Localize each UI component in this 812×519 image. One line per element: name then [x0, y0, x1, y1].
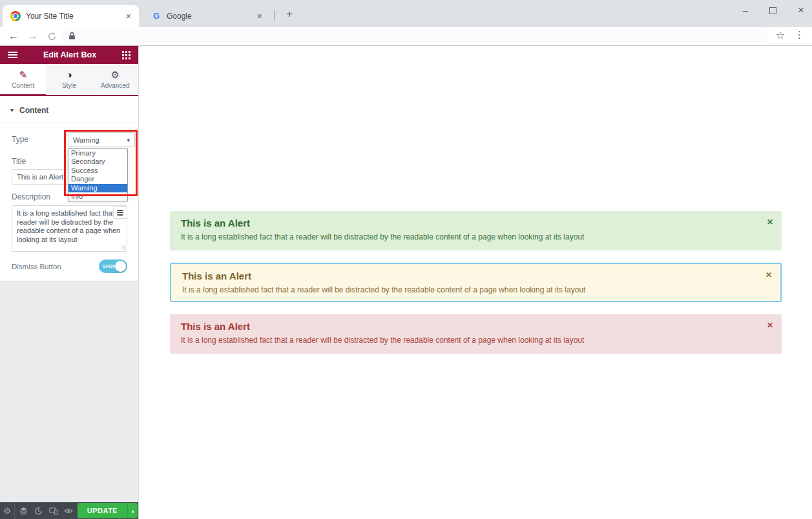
alert-title: This is an Alert — [181, 321, 771, 332]
alert-box-success[interactable]: This is an Alert It is a long establishe… — [170, 211, 782, 250]
dropdown-option[interactable]: Primary — [68, 149, 127, 158]
update-button[interactable]: UPDATE — [78, 503, 127, 518]
maximize-button[interactable] — [769, 7, 776, 14]
browser-menu-icon[interactable]: ⋮ — [795, 29, 804, 41]
settings-icon[interactable]: ⚙ — [0, 502, 15, 519]
alert-title: This is an Alert — [181, 218, 771, 229]
description-label: Description — [12, 192, 50, 201]
chevron-down-icon: ▾ — [127, 137, 130, 143]
alert-close-icon[interactable]: ✕ — [765, 270, 772, 280]
browser-tab-strip: Your Site Title × G Google × + – × — [0, 0, 812, 27]
dismiss-toggle[interactable]: SHOW — [99, 260, 127, 273]
navigator-icon[interactable] — [16, 502, 31, 519]
browser-tab-site[interactable]: Your Site Title × — [3, 5, 139, 27]
gear-icon: ⚙ — [111, 70, 120, 80]
tab-advanced[interactable]: ⚙ Advanced — [92, 64, 138, 95]
tab-divider — [274, 10, 275, 21]
alert-description: It is a long established fact that a rea… — [181, 336, 771, 345]
browser-window: Your Site Title × G Google × + – × ← → ☆… — [0, 0, 812, 519]
dropdown-option[interactable]: Success — [68, 167, 127, 175]
type-dropdown-list: Primary Secondary Success Danger Warning… — [68, 148, 128, 201]
dropdown-option[interactable]: Secondary — [68, 158, 127, 166]
dropdown-option[interactable]: Warning — [68, 184, 127, 192]
elementor-panel: Edit Alert Box ✎ Content ◑ Style ⚙ Advan… — [0, 46, 139, 519]
reload-button[interactable] — [44, 27, 59, 45]
panel-header: Edit Alert Box — [0, 46, 138, 64]
description-textarea[interactable]: It is a long established fact that a rea… — [12, 205, 127, 252]
lock-icon — [68, 31, 76, 43]
alert-title: This is an Alert — [182, 270, 769, 281]
browser-tab-google[interactable]: G Google × — [143, 5, 270, 27]
dynamic-tags-button[interactable] — [113, 206, 127, 219]
bookmark-star-icon[interactable]: ☆ — [776, 29, 785, 41]
update-options-caret[interactable]: ▴ — [127, 503, 138, 518]
hamburger-menu-icon[interactable] — [8, 52, 17, 59]
tab-label: Content — [12, 82, 34, 89]
content-controls: Type Warning ▾ Title Description It is a… — [0, 123, 138, 281]
toggle-knob[interactable] — [115, 261, 126, 272]
new-tab-button[interactable]: + — [282, 6, 297, 22]
minimize-button[interactable]: – — [743, 7, 748, 14]
window-close-button[interactable]: × — [798, 4, 804, 17]
alert-box-danger[interactable]: This is an Alert It is a long establishe… — [170, 314, 782, 354]
google-favicon-icon: G — [151, 11, 161, 21]
panel-title: Edit Alert Box — [17, 50, 122, 59]
alert-description: It is a long established fact that a rea… — [181, 232, 771, 241]
type-label: Type — [12, 135, 28, 144]
alert-box-warning-selected[interactable]: This is an Alert It is a long establishe… — [170, 263, 782, 302]
dropdown-option[interactable]: Info — [68, 192, 127, 201]
tab-close-icon[interactable]: × — [255, 11, 265, 21]
panel-tabs: ✎ Content ◑ Style ⚙ Advanced — [0, 64, 138, 96]
browser-toolbar: ← → ☆ ⋮ — [0, 27, 812, 46]
tab-label: Style — [62, 82, 76, 89]
pencil-icon: ✎ — [19, 70, 27, 80]
contrast-icon: ◑ — [66, 70, 72, 80]
dismiss-button-label: Dismiss Button — [12, 263, 61, 270]
chevron-down-icon: ▾ — [10, 107, 14, 114]
database-icon — [117, 210, 123, 216]
resize-grip[interactable] — [121, 245, 126, 250]
workspace: Edit Alert Box ✎ Content ◑ Style ⚙ Advan… — [0, 46, 812, 519]
dropdown-option[interactable]: Danger — [68, 175, 127, 183]
page-canvas: This is an Alert It is a long establishe… — [139, 46, 812, 519]
alert-close-icon[interactable]: ✕ — [767, 321, 773, 330]
title-label: Title — [12, 157, 26, 166]
tab-close-icon[interactable]: × — [123, 11, 134, 21]
responsive-mode-icon[interactable] — [46, 502, 61, 519]
address-bar[interactable] — [62, 30, 767, 43]
tab-label: Advanced — [101, 82, 129, 89]
tab-title: Your Site Title — [26, 12, 123, 21]
type-select[interactable]: Warning ▾ — [68, 132, 135, 147]
tab-content[interactable]: ✎ Content — [0, 64, 46, 95]
alert-close-icon[interactable]: ✕ — [767, 218, 773, 227]
section-title: Content — [19, 106, 48, 115]
history-icon[interactable] — [31, 502, 46, 519]
panel-empty-area — [0, 281, 138, 502]
site-favicon-icon — [10, 11, 21, 21]
widgets-grid-icon[interactable] — [122, 51, 130, 59]
back-button[interactable]: ← — [6, 27, 21, 45]
tab-style[interactable]: ◑ Style — [46, 64, 92, 95]
alert-description: It is a long established fact that a rea… — [182, 285, 769, 294]
preview-eye-icon[interactable] — [61, 502, 76, 519]
tab-title: Google — [167, 12, 255, 21]
type-select-value: Warning — [73, 136, 127, 144]
forward-button: → — [25, 27, 41, 45]
description-field-wrap: It is a long established fact that a rea… — [12, 205, 127, 252]
content-section-header[interactable]: ▾ Content — [0, 97, 138, 123]
panel-footer: ⚙ UPDATE ▴ — [0, 502, 138, 519]
window-controls: – × — [743, 0, 804, 21]
